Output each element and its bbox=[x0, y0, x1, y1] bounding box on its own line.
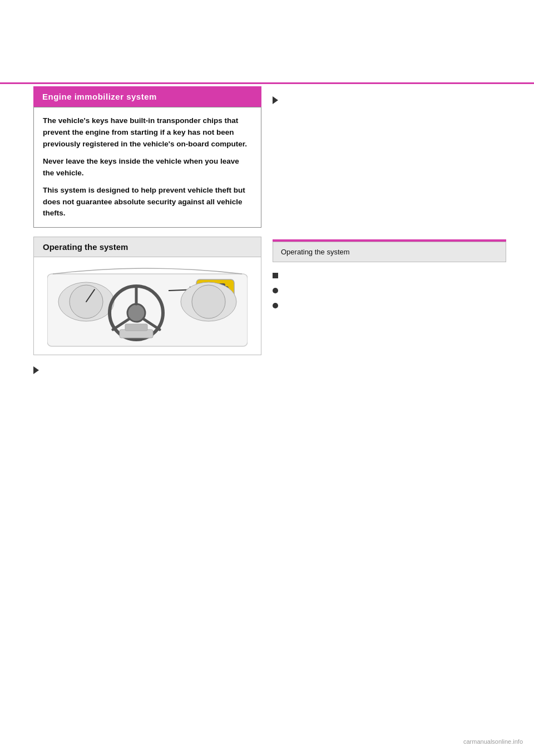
list-item-square bbox=[273, 271, 506, 278]
right-top-arrow bbox=[273, 92, 506, 106]
right-column: Operating the system bbox=[273, 86, 506, 316]
bullet-list bbox=[273, 271, 506, 308]
bullet-square-icon bbox=[273, 273, 278, 278]
svg-point-16 bbox=[192, 285, 225, 318]
dashboard-illustration bbox=[47, 263, 248, 349]
left-column: Engine immobilizer system The vehicle's … bbox=[33, 86, 261, 376]
right-text-box-label: Operating the system bbox=[281, 248, 350, 256]
watermark: carmanualsonline.info bbox=[463, 738, 523, 745]
info-paragraph-2: Never leave the keys inside the vehicle … bbox=[43, 156, 252, 179]
list-item-circle-2 bbox=[273, 301, 506, 308]
info-paragraph-3: This system is designed to help prevent … bbox=[43, 185, 252, 220]
bottom-arrow bbox=[33, 362, 261, 376]
right-arrow-icon bbox=[273, 96, 278, 104]
section-header-box: Engine immobilizer system bbox=[33, 86, 261, 107]
operating-header-title: Operating the system bbox=[43, 242, 252, 252]
right-text-box: Operating the system bbox=[273, 242, 506, 262]
list-item-circle-1 bbox=[273, 286, 506, 293]
info-paragraph-1: The vehicle's keys have built-in transpo… bbox=[43, 115, 252, 150]
bullet-circle-icon-2 bbox=[273, 303, 278, 308]
page-container: Engine immobilizer system The vehicle's … bbox=[0, 0, 534, 756]
operating-header: Operating the system bbox=[33, 237, 261, 257]
illustration-box bbox=[33, 257, 261, 355]
top-line bbox=[0, 82, 534, 84]
info-box: The vehicle's keys have built-in transpo… bbox=[33, 107, 261, 228]
section-header-title: Engine immobilizer system bbox=[42, 92, 253, 101]
svg-rect-18 bbox=[125, 324, 147, 331]
bullet-circle-icon-1 bbox=[273, 288, 278, 293]
bottom-arrow-icon bbox=[33, 366, 39, 374]
